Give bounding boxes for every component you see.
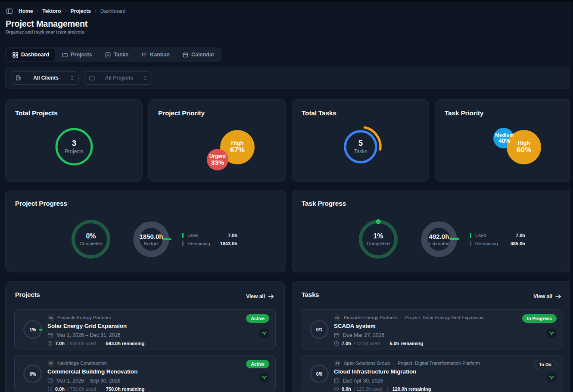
- divider: [101, 386, 101, 392]
- client-name: Apex Solutions Group: [344, 361, 390, 366]
- card-title: Project Progress: [15, 200, 67, 207]
- legend-used-row: Used 7.0h: [470, 231, 548, 239]
- hours-remaining: 5.0h remaining: [390, 341, 424, 346]
- tab-kanban[interactable]: Kanban: [135, 49, 176, 61]
- breadcrumb-dashboard: Dashboard: [100, 8, 126, 14]
- calendar-icon: [47, 332, 53, 338]
- filter-bar: All Clients All Projects: [5, 67, 571, 89]
- project-progress-legend: Used 7.0h Remaining 1843.0h: [182, 231, 260, 247]
- clock-icon: [47, 341, 53, 346]
- client-filter-select[interactable]: All Clients: [11, 71, 79, 85]
- project-dates: Mar 1, 2026 – Dec 31, 2026: [56, 332, 121, 338]
- projects-view-all-link[interactable]: View all: [246, 293, 274, 299]
- project-budget-gauge: 1850.0h Budget: [130, 218, 173, 261]
- bird-icon: [261, 330, 268, 336]
- project-name: Solar Energy Grid Expansion: [47, 323, 224, 329]
- project-progress-ring: 1%: [23, 320, 42, 339]
- breadcrumb-tektoro[interactable]: Tektoro: [42, 8, 61, 14]
- card-title: Total Tasks: [302, 109, 336, 117]
- tab-dashboard[interactable]: Dashboard: [6, 49, 55, 61]
- task-estimated-gauge: 492.0h Estimated: [417, 218, 461, 261]
- hours-budget: / 600.0h used: [67, 341, 96, 346]
- breadcrumb-projects[interactable]: Projects: [70, 8, 90, 14]
- bird-action-button[interactable]: [546, 372, 557, 383]
- hours-used: 0.0h: [55, 386, 65, 392]
- tab-calendar[interactable]: Calendar: [177, 49, 221, 61]
- folder-icon: [89, 75, 95, 81]
- breadcrumb: Home › Tektoro › Projects › Dashboard: [6, 8, 126, 15]
- task-row-scada[interactable]: 0/1 PE Pinnacle Energy Partners · Projec…: [301, 309, 563, 349]
- building-icon: [16, 75, 22, 81]
- divider: [385, 341, 385, 346]
- folder-icon: [62, 52, 68, 58]
- chevron-right-icon: ›: [95, 8, 97, 14]
- task-project-name: Project: Solar Energy Grid Expansion: [405, 315, 483, 320]
- hours-remaining: 593.0h remaining: [106, 341, 145, 346]
- medium-bubble-label: Medium 40%: [495, 133, 514, 144]
- project-budget-label: Budget: [144, 241, 159, 246]
- tasks-panel: Tasks View all 0/1 PE Pinnacle Energy Pa…: [292, 281, 572, 392]
- task-completed-label: Completed: [367, 241, 389, 246]
- task-due-date: Due Mar 27, 2026: [343, 332, 384, 338]
- arrow-right-icon: [268, 294, 274, 299]
- project-row-solar[interactable]: 1% PE Pinnacle Energy Partners Solar Ene…: [14, 309, 276, 349]
- tab-tasks[interactable]: Tasks: [99, 49, 135, 61]
- high-bubble-label: High 67%: [230, 140, 245, 154]
- project-row-renovation[interactable]: 0% NC Nexbridge Construction Commercial …: [14, 355, 276, 392]
- bird-icon: [548, 330, 555, 336]
- hours-used: 7.0h: [342, 341, 351, 346]
- tab-projects[interactable]: Projects: [56, 49, 98, 61]
- project-dates: Mar 1, 2026 – Sep 30, 2026: [56, 378, 121, 384]
- task-progress-legend: Used 7.0h Remaining 485.0h: [470, 231, 548, 247]
- calendar-icon: [47, 378, 53, 383]
- grid-icon: [12, 52, 18, 58]
- tasks-view-all-link[interactable]: View all: [533, 293, 561, 299]
- tab-label: Calendar: [191, 52, 215, 58]
- task-priority-card: Task Priority Medium 40% High 60%: [435, 99, 572, 182]
- task-name: SCADA system: [334, 323, 511, 329]
- divider: [387, 386, 388, 392]
- separator-dot: ·: [401, 315, 402, 320]
- legend-remaining-row: Remaining 1843.0h: [182, 239, 260, 247]
- bird-action-button[interactable]: [259, 372, 269, 383]
- used-color-swatch: [470, 233, 471, 238]
- task-row-cloud[interactable]: 0/0 AS Apex Solutions Group · Project: D…: [301, 355, 563, 392]
- calendar-icon: [334, 332, 339, 338]
- project-priority-card: Project Priority High 67% Urgent 33%: [148, 99, 286, 182]
- clock-icon: [334, 386, 339, 392]
- remaining-color-swatch: [470, 241, 471, 246]
- client-initials-badge: PE: [334, 314, 341, 321]
- total-tasks-unit: Tasks: [354, 148, 367, 154]
- bird-action-button[interactable]: [546, 328, 557, 338]
- scrollbar[interactable]: [570, 2, 573, 392]
- bird-action-button[interactable]: [259, 328, 269, 338]
- sidebar-toggle-icon[interactable]: [6, 8, 13, 15]
- chevrons-updown-icon: [70, 75, 74, 80]
- hours-used: 0.0h: [342, 386, 351, 392]
- page-title: Project Management: [6, 19, 87, 29]
- kanban-icon: [141, 52, 147, 58]
- task-progress-ring: 0/1: [310, 320, 329, 339]
- panel-title: Projects: [15, 291, 40, 298]
- task-completed-value: 1%: [373, 232, 383, 240]
- task-progress-card: Task Progress 1% Completed 492.0h Estima…: [292, 190, 572, 272]
- hours-budget: / 750.0h used: [67, 386, 96, 392]
- chevrons-updown-icon: [143, 75, 147, 80]
- status-badge: Active: [246, 314, 269, 323]
- card-title: Task Progress: [302, 200, 346, 207]
- urgent-bubble-label: Urgent 33%: [209, 154, 226, 166]
- divider: [101, 341, 101, 346]
- project-filter-select[interactable]: All Projects: [84, 71, 152, 85]
- client-name: Pinnacle Energy Partners: [344, 315, 398, 320]
- breadcrumb-home[interactable]: Home: [19, 8, 33, 14]
- client-name: Nexbridge Construction: [57, 361, 107, 366]
- task-project-name: Project: Digital Transformation Platform: [398, 361, 480, 366]
- client-initials-badge: PE: [47, 314, 54, 321]
- bird-icon: [261, 374, 268, 381]
- project-priority-bubble-chart: [149, 100, 286, 182]
- client-initials-badge: AS: [334, 360, 341, 367]
- bird-icon: [548, 374, 555, 381]
- task-progress-ring: 0/0: [310, 364, 329, 383]
- legend-used-row: Used 7.0h: [182, 231, 260, 239]
- remaining-color-swatch: [182, 241, 184, 246]
